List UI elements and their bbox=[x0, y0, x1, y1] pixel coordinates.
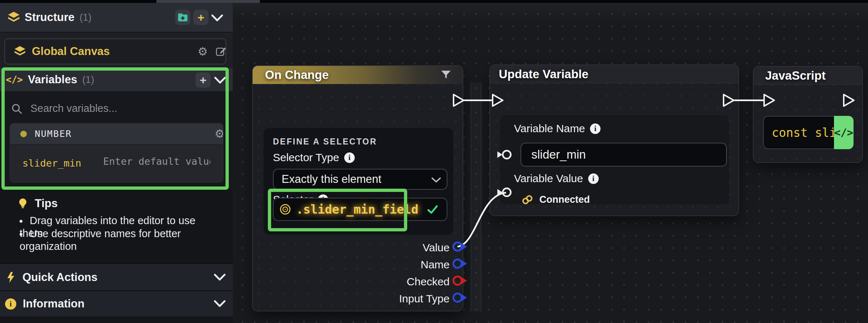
plus-icon: + bbox=[200, 74, 207, 86]
information-title: Information bbox=[23, 297, 85, 310]
variable-name-label: Variable Name i bbox=[514, 122, 601, 135]
left-sidebar: Structure (1) + bbox=[0, 3, 233, 323]
on-change-header[interactable]: On Change bbox=[253, 66, 463, 84]
window-top-bar-tab bbox=[156, 0, 260, 3]
variable-card[interactable]: NUMBER ⚙ slider_min bbox=[10, 123, 223, 183]
information-row[interactable]: i Information bbox=[0, 291, 233, 316]
variable-value-row: slider_min bbox=[10, 144, 223, 183]
gear-icon[interactable]: ⚙ bbox=[198, 46, 208, 57]
port-label-input-type: Input Type bbox=[370, 293, 450, 305]
code-preview-field[interactable]: const slid </> bbox=[763, 116, 854, 149]
layers-icon bbox=[14, 46, 26, 57]
selector-input[interactable]: .slider_min_field bbox=[273, 198, 447, 221]
node-on-change[interactable]: On Change DEFINE A SELECTOR Selector Typ… bbox=[252, 65, 463, 311]
global-canvas-item[interactable]: Global Canvas ⚙ bbox=[4, 38, 226, 64]
data-port-variable-name-input[interactable] bbox=[497, 149, 513, 160]
variable-name-input[interactable] bbox=[521, 143, 727, 167]
lightbulb-icon bbox=[17, 198, 28, 209]
selector-value: .slider_min_field bbox=[296, 202, 418, 217]
chevron-down-icon[interactable] bbox=[214, 300, 226, 307]
variable-type-dot bbox=[20, 131, 27, 137]
info-icon[interactable]: i bbox=[588, 173, 599, 184]
data-port-variable-value-input[interactable] bbox=[497, 187, 513, 198]
lightning-icon bbox=[6, 272, 16, 283]
update-variable-title: Update Variable bbox=[499, 67, 589, 81]
variables-title: Variables bbox=[28, 73, 77, 86]
port-label-name: Name bbox=[370, 259, 450, 271]
link-icon bbox=[521, 194, 534, 205]
variable-name: slider_min bbox=[22, 158, 81, 169]
node-update-variable[interactable]: Update Variable Variable Name i Variable… bbox=[489, 64, 739, 216]
canvas-top-glow bbox=[233, 3, 868, 22]
info-icon[interactable]: i bbox=[344, 152, 355, 163]
javascript-header[interactable]: JavaScript bbox=[754, 67, 862, 85]
variable-default-input[interactable] bbox=[102, 155, 211, 167]
check-icon bbox=[427, 205, 438, 215]
code-icon: </> bbox=[834, 126, 853, 139]
selector-type-label: Selector Type i bbox=[273, 151, 355, 164]
add-structure-button[interactable]: + bbox=[193, 10, 208, 25]
info-icon[interactable]: i bbox=[590, 123, 601, 134]
folder-plus-icon bbox=[178, 13, 188, 22]
bullet-dot bbox=[20, 220, 22, 223]
edit-icon[interactable] bbox=[216, 46, 227, 57]
global-canvas-label: Global Canvas bbox=[32, 45, 110, 58]
structure-title: Structure bbox=[25, 11, 75, 24]
open-code-editor-button[interactable]: </> bbox=[834, 116, 854, 149]
update-variable-panel: Variable Name i Variable Value i Connect… bbox=[500, 115, 729, 204]
info-icon: i bbox=[5, 298, 16, 310]
tip-item: Use descriptive names for better organiz… bbox=[20, 227, 208, 253]
plus-icon: + bbox=[198, 12, 205, 23]
data-port-value[interactable] bbox=[452, 241, 469, 252]
data-port-checked[interactable] bbox=[452, 275, 469, 286]
variables-section-header[interactable]: </> Variables (1) + bbox=[0, 68, 233, 92]
search-icon bbox=[11, 103, 22, 114]
code-brackets-icon: </> bbox=[6, 74, 23, 85]
variable-type-label: NUMBER bbox=[35, 129, 72, 139]
layers-icon bbox=[7, 11, 20, 24]
connected-indicator: Connected bbox=[521, 194, 590, 205]
structure-section-header[interactable]: Structure (1) + bbox=[0, 3, 233, 33]
app-screen: Structure (1) + bbox=[0, 0, 868, 323]
gear-icon[interactable]: ⚙ bbox=[215, 128, 223, 139]
chevron-down-icon[interactable] bbox=[214, 77, 226, 84]
selector-panel: DEFINE A SELECTOR Selector Type i Exactl… bbox=[264, 128, 453, 235]
port-label-checked: Checked bbox=[370, 276, 450, 288]
on-change-title: On Change bbox=[265, 68, 329, 82]
filter-icon[interactable] bbox=[441, 70, 451, 80]
variable-type-row[interactable]: NUMBER ⚙ bbox=[10, 123, 223, 144]
structure-count: (1) bbox=[80, 12, 92, 23]
connected-label: Connected bbox=[539, 194, 590, 205]
variables-panel: NUMBER ⚙ slider_min bbox=[0, 92, 233, 188]
window-top-bar bbox=[0, 0, 868, 3]
exec-out-port-on-change[interactable] bbox=[452, 93, 465, 107]
search-variables-input[interactable] bbox=[30, 102, 200, 115]
canvas-scrollbar[interactable] bbox=[471, 83, 481, 311]
node-javascript[interactable]: JavaScript const slid </> bbox=[753, 66, 863, 163]
code-preview[interactable]: const slid bbox=[763, 116, 834, 149]
quick-actions-row[interactable]: Quick Actions bbox=[0, 264, 233, 290]
target-icon bbox=[279, 204, 291, 215]
chevron-down-icon[interactable] bbox=[211, 14, 223, 22]
exec-out-port-javascript[interactable] bbox=[843, 93, 855, 107]
port-label-value: Value bbox=[370, 242, 450, 254]
structure-tree-area: Global Canvas ⚙ bbox=[0, 33, 233, 71]
tips-section: Tips Drag variables into the editor to u… bbox=[0, 188, 233, 263]
data-port-input-type[interactable] bbox=[452, 292, 469, 303]
selector-type-value: Exactly this element bbox=[282, 173, 382, 186]
javascript-title: JavaScript bbox=[765, 69, 826, 83]
quick-actions-title: Quick Actions bbox=[22, 271, 97, 284]
variable-value-label: Variable Value i bbox=[514, 172, 599, 185]
add-variable-button[interactable]: + bbox=[195, 72, 211, 88]
exec-in-port-update-variable[interactable] bbox=[492, 93, 504, 107]
update-variable-header[interactable]: Update Variable bbox=[490, 65, 738, 83]
chevron-down-icon bbox=[431, 177, 441, 183]
exec-in-port-javascript[interactable] bbox=[763, 93, 775, 107]
exec-out-port-update-variable[interactable] bbox=[722, 93, 735, 107]
add-folder-button[interactable] bbox=[175, 10, 190, 25]
define-selector-label: DEFINE A SELECTOR bbox=[273, 137, 377, 147]
bullet-dot bbox=[20, 233, 22, 236]
data-port-name[interactable] bbox=[452, 258, 469, 269]
selector-type-dropdown[interactable]: Exactly this element bbox=[273, 169, 447, 190]
chevron-down-icon[interactable] bbox=[214, 274, 226, 281]
